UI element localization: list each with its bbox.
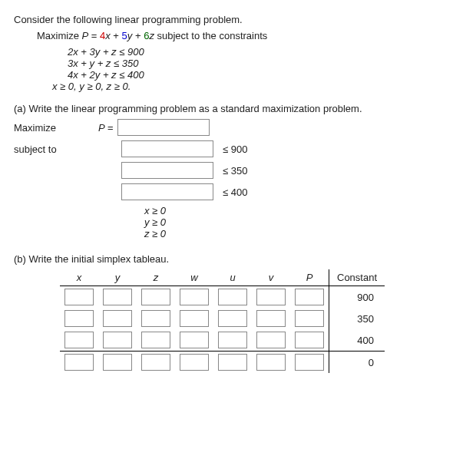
- objective-line: Maximize P = 4x + 5y + 6z subject to the…: [37, 30, 462, 41]
- constraint-nn: x ≥ 0, y ≥ 0, z ≥ 0.: [52, 81, 462, 92]
- cell-r2-v[interactable]: [256, 310, 286, 327]
- constraint-3: 4x + 2y + z ≤ 400: [68, 69, 462, 81]
- cell-r3-z[interactable]: [141, 332, 170, 348]
- simplex-tableau: x y z w u v P Constant 900 350 400: [60, 269, 385, 373]
- cell-r1-p[interactable]: [295, 289, 324, 305]
- rhs-2: ≤ 350: [223, 165, 247, 177]
- obj-c2: 5: [122, 30, 127, 41]
- col-p: P: [290, 269, 329, 286]
- maximize-row: Maximize P =: [14, 119, 462, 136]
- cell-r2-z[interactable]: [141, 310, 170, 327]
- const-r4: 0: [329, 352, 385, 374]
- cell-r2-y[interactable]: [103, 310, 132, 327]
- cell-r3-y[interactable]: [103, 332, 132, 348]
- nn-y: y ≥ 0: [144, 216, 462, 228]
- cell-r4-u[interactable]: [218, 354, 247, 371]
- cell-r3-w[interactable]: [180, 332, 209, 348]
- cell-r3-x[interactable]: [64, 332, 94, 348]
- constraint-block: 2x + 3y + z ≤ 900 3x + y + z ≤ 350 4x + …: [68, 46, 462, 92]
- tableau-header-row: x y z w u v P Constant: [60, 269, 385, 286]
- tableau-row-4: 0: [60, 352, 385, 374]
- cell-r1-y[interactable]: [103, 289, 132, 305]
- cell-r1-u[interactable]: [218, 289, 247, 305]
- obj-plus2: +: [132, 30, 144, 41]
- maximize-label: Maximize: [14, 122, 98, 134]
- const-r1: 900: [329, 286, 385, 309]
- cell-r1-z[interactable]: [141, 289, 170, 305]
- col-u: u: [213, 269, 252, 286]
- intro-text: Consider the following linear programmin…: [14, 14, 462, 25]
- const-r3: 400: [329, 329, 385, 352]
- col-x: x: [60, 269, 98, 286]
- constraint-input-2[interactable]: [121, 162, 213, 179]
- p-equals-label: P =: [98, 122, 113, 134]
- obj-plus1: +: [111, 30, 122, 41]
- cell-r3-u[interactable]: [218, 332, 247, 348]
- obj-eq: =: [88, 30, 100, 41]
- cell-r4-x[interactable]: [64, 354, 94, 371]
- part-a-prompt: (a) Write the linear programming problem…: [14, 103, 462, 114]
- subject-to-row: subject to ≤ 900: [14, 140, 462, 157]
- cell-r2-p[interactable]: [295, 310, 324, 327]
- constraint-2: 3x + y + z ≤ 350: [68, 58, 462, 69]
- tableau-row-2: 350: [60, 308, 385, 329]
- col-y: y: [98, 269, 137, 286]
- cell-r2-x[interactable]: [64, 310, 94, 327]
- part-b-prompt: (b) Write the initial simplex tableau.: [14, 253, 462, 265]
- cell-r1-x[interactable]: [64, 289, 94, 305]
- cell-r1-w[interactable]: [180, 289, 209, 305]
- nonneg-block: x ≥ 0 y ≥ 0 z ≥ 0: [144, 205, 462, 239]
- cell-r4-v[interactable]: [256, 354, 286, 371]
- subject-to-label: subject to: [14, 144, 98, 155]
- nn-z: z ≥ 0: [144, 228, 462, 239]
- tableau-row-1: 900: [60, 286, 385, 309]
- constraint-input-1[interactable]: [121, 140, 213, 157]
- cell-r4-z[interactable]: [141, 354, 170, 371]
- constraint-1: 2x + 3y + z ≤ 900: [68, 46, 462, 58]
- cell-r3-v[interactable]: [256, 332, 286, 348]
- col-v: v: [252, 269, 290, 286]
- objective-input[interactable]: [117, 119, 210, 136]
- cell-r1-v[interactable]: [256, 289, 286, 305]
- col-z: z: [137, 269, 175, 286]
- cell-r4-p[interactable]: [295, 354, 324, 371]
- constraint-input-3[interactable]: [121, 183, 213, 200]
- nn-x: x ≥ 0: [144, 205, 462, 216]
- cell-r2-w[interactable]: [180, 310, 209, 327]
- obj-prefix: Maximize: [37, 30, 82, 41]
- col-w: w: [175, 269, 213, 286]
- col-const: Constant: [329, 269, 385, 286]
- cell-r3-p[interactable]: [295, 332, 324, 348]
- cell-r4-y[interactable]: [103, 354, 132, 371]
- rhs-1: ≤ 900: [223, 144, 247, 155]
- tableau-row-3: 400: [60, 329, 385, 352]
- obj-P: P: [82, 30, 89, 41]
- rhs-3: ≤ 400: [223, 186, 247, 198]
- cell-r4-w[interactable]: [180, 354, 209, 371]
- cell-r2-u[interactable]: [218, 310, 247, 327]
- const-r2: 350: [329, 308, 385, 329]
- obj-suffix: subject to the constraints: [154, 30, 267, 41]
